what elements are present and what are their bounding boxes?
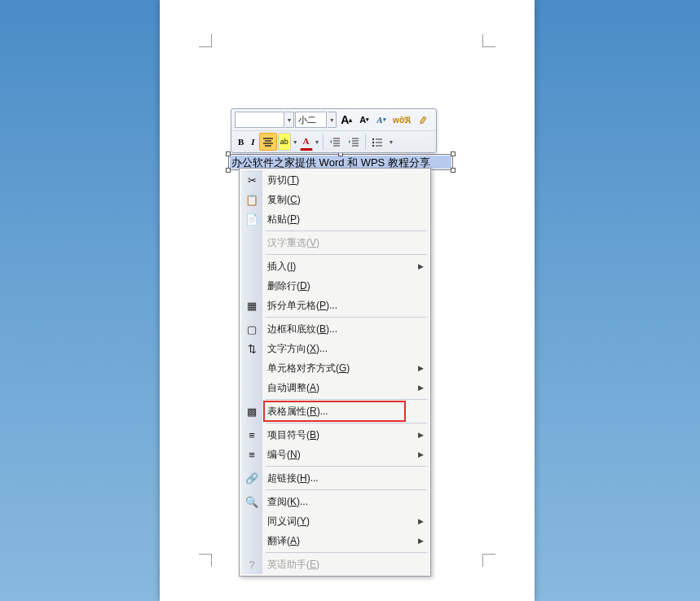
font-size-dropdown[interactable]: ▼ — [328, 112, 337, 128]
menu-item-label: 汉字重选(V) — [267, 236, 319, 250]
menu-item-label: 粘贴(P) — [267, 213, 300, 226]
bullets-button[interactable] — [368, 133, 386, 151]
submenu-arrow-icon: ▶ — [418, 262, 424, 270]
submenu-arrow-icon: ▶ — [418, 450, 424, 458]
lookup-icon: 🔍 — [245, 495, 258, 508]
menu-item-table-properties[interactable]: ▩表格属性(R)... — [241, 401, 429, 421]
decrease-indent-button[interactable] — [326, 133, 344, 151]
change-style-button[interactable]: A▾ — [373, 111, 389, 129]
copy-icon: 📋 — [245, 193, 258, 206]
menu-item-reconvert: 汉字重选(V) — [241, 233, 429, 252]
menu-item-insert[interactable]: 插入(I)▶ — [241, 257, 429, 276]
menu-item-translate[interactable]: 翻译(A)▶ — [241, 531, 429, 551]
menu-item-label: 复制(C) — [267, 193, 301, 207]
crop-mark-br — [482, 554, 495, 567]
menu-item-text-direction[interactable]: ⇅文字方向(X)... — [241, 339, 429, 358]
bold-button[interactable]: B — [235, 133, 247, 151]
menu-item-label: 自动调整(A) — [267, 381, 319, 395]
menu-item-cut[interactable]: ✂剪切(T) — [241, 170, 429, 190]
increase-indent-button[interactable] — [345, 133, 363, 151]
submenu-arrow-icon: ▶ — [418, 517, 424, 525]
menu-separator — [266, 552, 427, 553]
align-center-icon — [262, 137, 274, 147]
menu-item-bullets[interactable]: ≡项目符号(B)▶ — [241, 425, 429, 445]
wordart-button[interactable]: wôℜ — [390, 111, 414, 129]
menu-item-synonyms[interactable]: 同义词(Y)▶ — [241, 511, 429, 531]
menu-item-label: 查阅(K)... — [267, 495, 308, 509]
svg-point-1 — [372, 142, 374, 143]
menu-item-borders-shading[interactable]: ▢边框和底纹(B)... — [241, 319, 429, 339]
mini-toolbar: ▼ 小二 ▼ A▴ A▾ A▾ wôℜ B I ab ▼ A ▼ ▼ — [231, 108, 437, 153]
menu-item-label: 英语助手(E) — [267, 558, 319, 572]
highlight-button[interactable]: ab — [278, 133, 291, 151]
brush-icon — [418, 114, 429, 125]
menu-item-label: 单元格对齐方式(G) — [267, 362, 350, 375]
menu-separator — [266, 423, 427, 423]
bullets-icon: ≡ — [245, 428, 258, 441]
numbering-icon: ≡ — [245, 448, 258, 461]
menu-item-delete-row[interactable]: 删除行(D) — [241, 276, 429, 296]
english-assistant-icon: ? — [245, 558, 258, 571]
submenu-arrow-icon: ▶ — [418, 364, 424, 372]
menu-item-label: 边框和底纹(B)... — [267, 322, 337, 336]
svg-point-2 — [372, 145, 374, 147]
menu-separator — [266, 317, 427, 318]
menu-item-label: 拆分单元格(P)... — [267, 299, 337, 313]
borders-shading-icon: ▢ — [245, 322, 258, 336]
menu-item-label: 项目符号(B) — [267, 428, 319, 442]
format-painter-button[interactable] — [415, 111, 433, 129]
align-center-button[interactable] — [259, 133, 277, 151]
font-color-button[interactable]: A — [300, 133, 313, 151]
menu-item-paste[interactable]: 📄粘贴(P) — [241, 209, 429, 229]
menu-item-label: 删除行(D) — [267, 279, 310, 293]
menu-item-label: 表格属性(R)... — [267, 405, 328, 419]
menu-item-autofit[interactable]: 自动调整(A)▶ — [241, 378, 429, 397]
crop-mark-tr — [482, 34, 495, 47]
bullets-dropdown[interactable]: ▼ — [387, 139, 394, 145]
menu-separator — [266, 399, 427, 400]
font-size-input[interactable]: 小二 — [295, 112, 327, 128]
context-menu: ✂剪切(T)📋复制(C)📄粘贴(P)汉字重选(V)插入(I)▶删除行(D)▦拆分… — [239, 168, 431, 577]
menu-item-label: 同义词(Y) — [267, 515, 310, 529]
menu-item-numbering[interactable]: ≡编号(N)▶ — [241, 445, 429, 464]
toolbar-row-2: B I ab ▼ A ▼ ▼ — [231, 130, 436, 152]
menu-item-copy[interactable]: 📋复制(C) — [241, 190, 429, 209]
menu-item-label: 文字方向(X)... — [267, 342, 328, 356]
menu-separator — [266, 489, 427, 490]
menu-item-hyperlink[interactable]: 🔗超链接(H)... — [241, 468, 429, 488]
resize-handle[interactable] — [226, 168, 231, 173]
bullets-icon — [372, 137, 383, 147]
menu-item-label: 超链接(H)... — [267, 472, 319, 485]
text-direction-icon: ⇅ — [245, 342, 258, 355]
table-properties-icon: ▩ — [245, 405, 258, 418]
split-cells-icon: ▦ — [245, 299, 258, 312]
menu-item-cell-align[interactable]: 单元格对齐方式(G)▶ — [241, 358, 429, 378]
font-name-input[interactable] — [235, 112, 284, 128]
grow-font-button[interactable]: A▴ — [337, 111, 355, 129]
submenu-arrow-icon: ▶ — [418, 384, 424, 392]
menu-item-label: 插入(I) — [267, 260, 296, 274]
font-name-dropdown[interactable]: ▼ — [285, 112, 294, 128]
indent-icon — [348, 137, 359, 147]
highlight-dropdown[interactable]: ▼ — [292, 139, 299, 145]
menu-item-label: 翻译(A) — [267, 534, 300, 548]
paste-icon: 📄 — [245, 213, 258, 226]
menu-item-lookup[interactable]: 🔍查阅(K)... — [241, 492, 429, 511]
menu-item-english-assistant: ?英语助手(E) — [241, 555, 429, 574]
resize-handle[interactable] — [451, 151, 456, 156]
submenu-arrow-icon: ▶ — [418, 537, 424, 545]
svg-point-0 — [372, 138, 374, 140]
font-color-dropdown[interactable]: ▼ — [314, 139, 321, 145]
italic-button[interactable]: I — [248, 133, 258, 151]
menu-item-label: 编号(N) — [267, 448, 301, 462]
crop-mark-bl — [199, 554, 212, 567]
crop-mark-tl — [199, 34, 212, 47]
resize-handle[interactable] — [226, 151, 231, 156]
separator — [365, 134, 366, 150]
menu-item-split-cells[interactable]: ▦拆分单元格(P)... — [241, 296, 429, 315]
resize-handle[interactable] — [451, 168, 456, 173]
hyperlink-icon: 🔗 — [245, 472, 258, 485]
menu-separator — [266, 230, 427, 231]
shrink-font-button[interactable]: A▾ — [356, 111, 372, 129]
menu-separator — [266, 254, 427, 255]
